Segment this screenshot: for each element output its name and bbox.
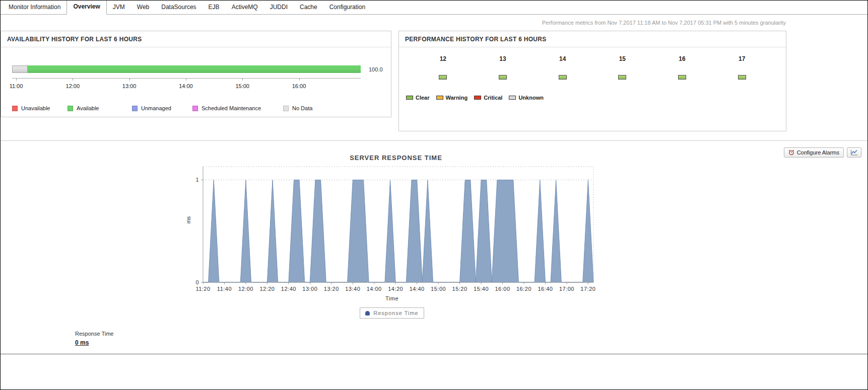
availability-legend-scheduled-maintenance: Scheduled Maintenance xyxy=(192,105,261,111)
tab-overview[interactable]: Overview xyxy=(66,0,106,15)
performance-status-box-clear[interactable] xyxy=(499,75,507,80)
chart-legend-row: Response Time xyxy=(188,307,596,319)
performance-hour-label: 12 xyxy=(440,55,446,62)
availability-segment-available xyxy=(28,65,361,73)
availability-axis-label: 12:00 xyxy=(66,83,80,89)
tab-configuration[interactable]: Configuration xyxy=(323,0,371,14)
availability-axis-tick xyxy=(242,79,243,81)
x-axis-tick-label: 17:20 xyxy=(580,286,595,292)
unknown-swatch-icon xyxy=(509,96,516,100)
server-response-time-section: Configure Alarms SERVER RESPONSE TIME ms… xyxy=(1,140,867,354)
performance-legend-clear: Clear xyxy=(406,95,430,101)
performance-hours-row: 121314151617 xyxy=(413,55,772,80)
availability-legend-unavailable: Unavailable xyxy=(12,105,50,111)
tab-bar: Monitor InformationOverviewJVMWebDataSou… xyxy=(1,1,867,15)
response-time-area-series xyxy=(203,180,593,283)
availability-time-axis: 11:0012:0013:0014:0015:0016:00 xyxy=(12,78,361,94)
x-axis-tick-label: 14:20 xyxy=(388,286,403,292)
tab-activemq[interactable]: ActiveMQ xyxy=(226,0,264,14)
performance-hour-14: 14 xyxy=(532,55,592,80)
x-axis-tick-label: 12:20 xyxy=(259,286,275,292)
x-axis-tick-label: 15:20 xyxy=(452,286,468,292)
performance-hour-label: 14 xyxy=(559,55,566,62)
performance-history-panel: PERFORMANCE HISTORY FOR LAST 6 HOURS 121… xyxy=(398,31,786,131)
performance-panel-title: PERFORMANCE HISTORY FOR LAST 6 HOURS xyxy=(399,31,786,47)
performance-hour-label: 15 xyxy=(619,55,626,62)
availability-axis-label: 11:00 xyxy=(10,83,23,89)
response-time-chart-wrap: ms 0111:2011:4012:0012:2012:4013:0013:20… xyxy=(188,163,596,319)
tab-datasources[interactable]: DataSources xyxy=(155,0,202,14)
performance-hour-label: 16 xyxy=(679,55,685,62)
x-axis-tick-label: 16:40 xyxy=(538,286,553,292)
x-axis-tick-label: 13:00 xyxy=(302,286,317,292)
x-axis-tick-label: 14:00 xyxy=(367,286,382,292)
metrics-period-note: Performance metrics from Nov 7,2017 11:1… xyxy=(1,15,867,27)
tab-monitor-information[interactable]: Monitor Information xyxy=(3,0,66,14)
response-time-stat: Response Time 0 ms xyxy=(75,331,867,346)
critical-swatch-icon xyxy=(474,96,481,100)
unmanaged-swatch-icon xyxy=(132,106,138,111)
line-chart-icon xyxy=(850,149,858,155)
chart-title: SERVER RESPONSE TIME xyxy=(1,154,791,162)
availability-history-panel: AVAILABILITY HISTORY FOR LAST 6 HOURS 10… xyxy=(1,31,391,117)
unavailable-swatch-icon xyxy=(12,106,18,111)
x-axis-tick-label: 16:00 xyxy=(495,286,510,292)
availability-bar-row: 100.0 xyxy=(12,65,391,73)
availability-axis-tick xyxy=(186,79,186,81)
performance-status-box-clear[interactable] xyxy=(559,75,567,80)
performance-hour-16: 16 xyxy=(652,55,712,80)
response-time-chart: 0111:2011:4012:0012:2012:4013:0013:2013:… xyxy=(188,163,596,294)
availability-panel-title: AVAILABILITY HISTORY FOR LAST 6 HOURS xyxy=(1,31,391,47)
tab-juddi[interactable]: JUDDI xyxy=(264,0,294,14)
availability-axis-label: 16:00 xyxy=(292,83,306,89)
performance-hour-label: 13 xyxy=(499,55,506,62)
response-time-stat-value[interactable]: 0 ms xyxy=(75,339,89,346)
chart-options-button[interactable] xyxy=(847,147,861,158)
response-time-stat-label: Response Time xyxy=(75,331,867,337)
y-axis-tick-label: 1 xyxy=(195,177,199,183)
availability-axis-label: 15:00 xyxy=(235,83,249,89)
performance-legend-unknown: Unknown xyxy=(509,95,544,101)
configure-alarms-label: Configure Alarms xyxy=(797,149,839,155)
x-axis-tick-label: 13:40 xyxy=(345,286,360,292)
clear-swatch-icon xyxy=(406,96,413,100)
configure-alarms-button[interactable]: Configure Alarms xyxy=(784,147,844,158)
tab-cache[interactable]: Cache xyxy=(294,0,323,14)
performance-status-box-clear[interactable] xyxy=(738,75,746,80)
performance-hour-13: 13 xyxy=(473,55,533,80)
performance-status-box-clear[interactable] xyxy=(618,75,626,80)
x-axis-tick-label: 11:20 xyxy=(195,286,210,292)
availability-percentage: 100.0 xyxy=(369,66,383,72)
performance-hour-17: 17 xyxy=(712,55,772,80)
performance-status-box-clear[interactable] xyxy=(439,75,447,80)
performance-status-box-clear[interactable] xyxy=(678,75,686,80)
availability-axis-tick xyxy=(16,79,17,81)
alarm-clock-icon xyxy=(788,149,794,155)
response-time-legend-label: Response Time xyxy=(373,310,418,316)
x-axis-tick-label: 17:00 xyxy=(559,286,574,292)
performance-hour-label: 17 xyxy=(739,55,745,62)
performance-legend-warning: Warning xyxy=(436,95,468,101)
tab-web[interactable]: Web xyxy=(131,0,155,14)
scheduled-maintenance-swatch-icon xyxy=(192,106,198,111)
response-time-legend[interactable]: Response Time xyxy=(360,307,424,319)
x-axis-tick-label: 14:40 xyxy=(410,286,425,292)
summary-panels: AVAILABILITY HISTORY FOR LAST 6 HOURS 10… xyxy=(1,31,867,134)
app-window: Monitor InformationOverviewJVMWebDataSou… xyxy=(0,0,868,390)
tab-ejb[interactable]: EJB xyxy=(203,0,226,14)
x-axis-title: Time xyxy=(188,295,596,301)
x-axis-tick-label: 15:00 xyxy=(431,286,446,292)
availability-segment-no-data xyxy=(12,65,28,73)
y-axis-tick-label: 0 xyxy=(195,279,199,285)
performance-legend: ClearWarningCriticalUnknown xyxy=(406,95,786,101)
y-axis-unit-label: ms xyxy=(185,216,191,224)
tab-jvm[interactable]: JVM xyxy=(107,0,131,14)
availability-axis-label: 14:00 xyxy=(179,83,193,89)
availability-axis-label: 13:00 xyxy=(122,83,137,89)
availability-legend-no-data: No Data xyxy=(283,105,312,111)
availability-bar xyxy=(12,65,361,73)
performance-hour-12: 12 xyxy=(413,55,473,80)
x-axis-tick-label: 12:40 xyxy=(281,286,296,292)
warning-swatch-icon xyxy=(436,96,443,100)
availability-legend-unmanaged: Unmanaged xyxy=(132,105,171,111)
